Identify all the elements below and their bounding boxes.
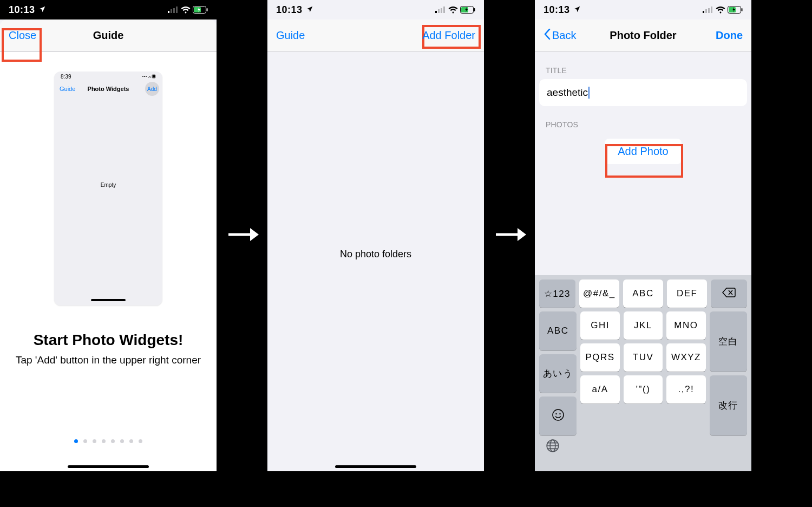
wifi-icon — [716, 6, 725, 14]
title-section-label: TITLE — [535, 52, 751, 79]
status-bar: 10:13 — [267, 0, 484, 20]
svg-point-7 — [142, 76, 143, 77]
mini-time: 8:39 — [61, 74, 71, 80]
svg-point-9 — [146, 76, 147, 77]
add-photo-button[interactable]: Add Photo — [605, 139, 681, 164]
key-mno[interactable]: MNO — [666, 311, 705, 340]
svg-point-27 — [555, 413, 556, 414]
text-cursor — [588, 87, 590, 99]
battery-icon — [460, 6, 475, 14]
page-dot[interactable] — [129, 439, 133, 443]
signal-icon — [435, 6, 446, 13]
back-button[interactable]: Back — [543, 29, 576, 42]
svg-rect-1 — [171, 9, 172, 13]
svg-rect-22 — [711, 6, 712, 13]
key-delete[interactable] — [711, 280, 747, 308]
status-time: 10:13 — [9, 4, 35, 16]
page-dot[interactable] — [102, 439, 106, 443]
key-jkl[interactable]: JKL — [624, 311, 663, 340]
arrow-icon — [495, 226, 527, 245]
mini-guide-button: Guide — [60, 86, 75, 92]
key-mode-kana[interactable]: あいう — [539, 354, 577, 393]
svg-rect-13 — [438, 9, 440, 13]
wifi-icon — [181, 6, 191, 14]
add-folder-button[interactable]: Add Folder — [422, 29, 475, 42]
mini-phone-preview: 8:39 Guide Photo Widgets Add Empty — [54, 72, 162, 306]
page-dots[interactable] — [0, 439, 217, 443]
status-time: 10:13 — [276, 4, 303, 16]
guide-button[interactable]: Guide — [276, 29, 305, 42]
home-indicator[interactable] — [68, 465, 149, 468]
key-pqrs[interactable]: PQRS — [580, 343, 619, 372]
location-icon — [306, 4, 313, 16]
back-label: Back — [552, 29, 576, 42]
key-return[interactable]: 改行 — [710, 375, 747, 435]
key-tuv[interactable]: TUV — [624, 343, 663, 372]
guide-subtext: Tap 'Add' button in the upper right corn… — [0, 354, 217, 366]
mini-home-indicator — [91, 299, 126, 301]
page-dot[interactable] — [93, 439, 96, 443]
globe-icon[interactable] — [546, 439, 560, 455]
emoji-icon — [552, 408, 565, 424]
title-input[interactable]: aesthetic — [539, 79, 747, 106]
mini-nav-title: Photo Widgets — [88, 86, 129, 92]
location-icon — [38, 4, 46, 16]
page-dot[interactable] — [111, 439, 115, 443]
page-dot[interactable] — [74, 439, 78, 443]
svg-rect-14 — [441, 8, 442, 13]
home-indicator[interactable] — [335, 465, 416, 468]
page-dot[interactable] — [120, 439, 124, 443]
key-ghi[interactable]: GHI — [580, 311, 619, 340]
key-num-mode[interactable]: ☆123 — [539, 280, 575, 308]
title-value: aesthetic — [547, 87, 588, 99]
nav-bar: Close Guide — [0, 20, 217, 52]
key-space[interactable]: 空白 — [710, 311, 747, 372]
signal-icon — [168, 6, 179, 13]
done-button[interactable]: Done — [716, 29, 743, 42]
signal-icon — [703, 6, 713, 13]
folder-list-content: No photo folders — [267, 52, 484, 471]
status-bar: 10:13 — [535, 0, 751, 20]
keyboard: ☆123 @#/&_ ABC DEF ABC あいう — [535, 275, 751, 471]
guide-headline: Start Photo Widgets! — [0, 332, 217, 349]
key-wxyz[interactable]: WXYZ — [666, 343, 705, 372]
nav-bar: Guide Add Folder — [267, 20, 484, 52]
mini-add-button: Add — [145, 82, 159, 96]
photos-section-label: PHOTOS — [535, 106, 751, 133]
screen-3: 10:13 Bac — [535, 0, 751, 471]
key-emoji[interactable] — [539, 396, 577, 435]
arrow-icon — [227, 226, 260, 245]
key-symbols[interactable]: @#/&_ — [579, 280, 619, 308]
screen-2: 10:13 Guide Add Folder No — [267, 0, 484, 471]
key-abc[interactable]: ABC — [623, 280, 663, 308]
svg-rect-20 — [705, 9, 707, 13]
key-def[interactable]: DEF — [667, 280, 707, 308]
empty-state-label: No photo folders — [267, 249, 484, 260]
svg-rect-2 — [173, 8, 175, 13]
key-punct[interactable]: .,?! — [666, 375, 705, 404]
key-mode-abc[interactable]: ABC — [539, 311, 577, 350]
guide-content: 8:39 Guide Photo Widgets Add Empty Start… — [0, 52, 217, 366]
status-time: 10:13 — [543, 4, 570, 16]
svg-rect-18 — [474, 8, 475, 11]
mini-empty-label: Empty — [54, 182, 162, 188]
battery-icon — [193, 6, 208, 14]
delete-icon — [722, 288, 736, 300]
page-dot[interactable] — [139, 439, 142, 443]
key-quotes[interactable]: '"() — [624, 375, 663, 404]
svg-rect-6 — [207, 8, 208, 11]
svg-rect-25 — [742, 8, 743, 11]
mini-status-icons — [142, 74, 156, 80]
svg-rect-15 — [443, 6, 445, 13]
chevron-left-icon — [543, 29, 551, 42]
close-button[interactable]: Close — [9, 29, 36, 42]
svg-rect-11 — [153, 75, 155, 77]
key-shift[interactable]: a/A — [580, 375, 619, 404]
svg-point-8 — [144, 76, 145, 77]
screen-1: 10:13 Close Guide — [0, 0, 217, 471]
svg-rect-3 — [176, 6, 178, 13]
page-dot[interactable] — [83, 439, 87, 443]
svg-rect-21 — [708, 8, 710, 13]
svg-point-26 — [553, 410, 564, 420]
svg-point-28 — [559, 413, 560, 414]
